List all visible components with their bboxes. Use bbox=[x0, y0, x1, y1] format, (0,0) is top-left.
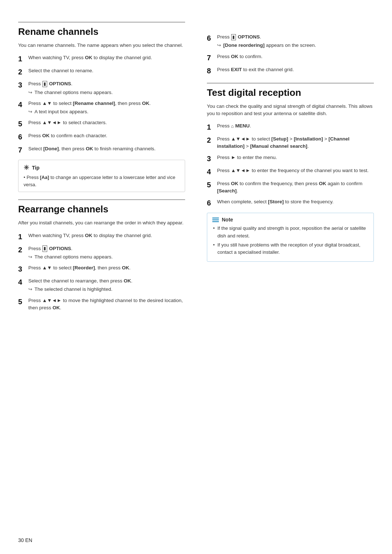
step-number: 5 bbox=[18, 297, 28, 306]
note-item: If you still have problems with the rece… bbox=[212, 241, 368, 257]
step-content: Press ▲▼ to select [Reorder], then press… bbox=[28, 264, 185, 272]
test-digital-reception-title: Test digital reception bbox=[207, 83, 374, 98]
arrow-item: ↪ The channel options menu appears. bbox=[28, 89, 185, 96]
step-content: Press ▲▼◄► to move the highlighted chann… bbox=[28, 297, 185, 312]
step-number: 2 bbox=[18, 67, 28, 77]
step-content: When watching TV, press OK to display th… bbox=[28, 232, 185, 239]
step-number: 4 bbox=[18, 277, 28, 287]
step-number: 4 bbox=[18, 100, 28, 109]
tip-box: ✳ Tip • Press [Aa] to change an uppercas… bbox=[18, 160, 185, 192]
step-content: Press ▲▼ to select [Rename channel], the… bbox=[28, 100, 185, 116]
rearrange-step-4: 4 Select the channel to rearrange, then … bbox=[18, 277, 185, 293]
step-number: 6 bbox=[207, 33, 217, 43]
step-content: Press EXIT to exit the channel grid. bbox=[217, 66, 374, 73]
step-content: Press OK to confirm the frequency, then … bbox=[217, 180, 374, 195]
rearrange-step-5: 5 Press ▲▼◄► to move the highlighted cha… bbox=[18, 297, 185, 312]
test-step-1: 1 Press ⌂ MENU. bbox=[207, 122, 374, 132]
arrow-icon: ↪ bbox=[28, 286, 32, 293]
arrow-item: ↪ A text input box appears. bbox=[28, 108, 185, 115]
rearrange-continued: 6 Press ▮ OPTIONS. ↪ [Done reordering] a… bbox=[207, 33, 374, 76]
step-number: 5 bbox=[18, 119, 28, 129]
step-number: 3 bbox=[18, 80, 28, 90]
page-number: 30 EN bbox=[18, 537, 32, 543]
arrow-text: The channel options menu appears. bbox=[34, 89, 113, 96]
arrow-icon: ↪ bbox=[28, 108, 32, 115]
rename-step-5: 5 Press ▲▼◄► to select characters. bbox=[18, 119, 185, 129]
rename-channels-intro: You can rename channels. The name appear… bbox=[18, 42, 185, 49]
rearrange-channels-title: Rearrange channels bbox=[18, 199, 185, 215]
arrow-icon: ↪ bbox=[28, 253, 32, 261]
step-number: 3 bbox=[18, 264, 28, 274]
rearrange-channels-intro: After you install channels, you can rear… bbox=[18, 219, 185, 227]
note-item: If the signal quality and strength is po… bbox=[212, 225, 368, 240]
step-content: Press ▲▼◄► to select [Setup] > [Installa… bbox=[217, 135, 374, 150]
test-step-6: 6 When complete, select [Store] to store… bbox=[207, 198, 374, 208]
rearrange-step-3: 3 Press ▲▼ to select [Reorder], then pre… bbox=[18, 264, 185, 274]
step-number: 8 bbox=[207, 66, 217, 76]
arrow-text: The channel options menu appears. bbox=[34, 253, 113, 261]
options-icon: ▮ bbox=[231, 34, 236, 41]
arrow-item: ↪ [Done reordering] appears on the scree… bbox=[217, 42, 374, 49]
note-header: Note bbox=[212, 217, 368, 223]
step-content: Press ▮ OPTIONS. ↪ The channel options m… bbox=[28, 80, 185, 96]
rearrange-step-6: 6 Press ▮ OPTIONS. ↪ [Done reordering] a… bbox=[207, 33, 374, 49]
tip-header: ✳ Tip bbox=[24, 164, 180, 172]
step-content: When complete, select [Store] to store t… bbox=[217, 198, 374, 205]
tip-star-icon: ✳ bbox=[24, 164, 29, 172]
arrow-icon: ↪ bbox=[28, 89, 32, 96]
arrow-icon: ↪ bbox=[217, 42, 221, 49]
rearrange-step-8: 8 Press EXIT to exit the channel grid. bbox=[207, 66, 374, 76]
test-digital-reception-intro: You can check the quality and signal str… bbox=[207, 103, 374, 118]
step-number: 7 bbox=[207, 53, 217, 62]
test-step-5: 5 Press OK to confirm the frequency, the… bbox=[207, 180, 374, 195]
step-number: 4 bbox=[207, 167, 217, 176]
home-icon: ⌂ bbox=[231, 123, 234, 129]
step-number: 7 bbox=[18, 145, 28, 155]
step-number: 1 bbox=[207, 122, 217, 132]
rename-step-6: 6 Press OK to confirm each character. bbox=[18, 132, 185, 142]
rename-step-4: 4 Press ▲▼ to select [Rename channel], t… bbox=[18, 100, 185, 116]
step-number: 1 bbox=[18, 232, 28, 241]
tip-label: Tip bbox=[32, 165, 40, 171]
rearrange-step-2: 2 Press ▮ OPTIONS. ↪ The channel options… bbox=[18, 245, 185, 261]
rename-step-3: 3 Press ▮ OPTIONS. ↪ The channel options… bbox=[18, 80, 185, 96]
rearrange-step-7: 7 Press OK to confirm. bbox=[207, 53, 374, 62]
step-content: Press ▲▼◄► to enter the frequency of the… bbox=[217, 167, 374, 174]
step-content: Press OK to confirm. bbox=[217, 53, 374, 60]
arrow-text: A text input box appears. bbox=[34, 108, 89, 115]
tip-content: • Press [Aa] to change an uppercase lett… bbox=[24, 174, 180, 188]
step-content: Press OK to confirm each character. bbox=[28, 132, 185, 139]
step-number: 6 bbox=[207, 198, 217, 208]
step-number: 6 bbox=[18, 132, 28, 142]
note-box: Note If the signal quality and strength … bbox=[207, 213, 374, 262]
arrow-item: ↪ The channel options menu appears. bbox=[28, 253, 185, 261]
test-digital-reception-section: Test digital reception You can check the… bbox=[207, 83, 374, 262]
note-label: Note bbox=[222, 217, 233, 223]
test-step-4: 4 Press ▲▼◄► to enter the frequency of t… bbox=[207, 167, 374, 176]
note-content: If the signal quality and strength is po… bbox=[212, 225, 368, 256]
rename-step-1: 1 When watching TV, press OK to display … bbox=[18, 54, 185, 64]
arrow-text: The selected channel is highlighted. bbox=[34, 286, 113, 293]
step-content: When watching TV, press OK to display th… bbox=[28, 54, 185, 61]
step-content: Select the channel to rearrange, then pr… bbox=[28, 277, 185, 293]
step-content: Select [Done], then press OK to finish r… bbox=[28, 145, 185, 152]
right-column: 6 Press ▮ OPTIONS. ↪ [Done reordering] a… bbox=[203, 15, 374, 315]
step-content: Press ► to enter the menu. bbox=[217, 154, 374, 161]
rearrange-channels-section: Rearrange channels After you install cha… bbox=[18, 199, 185, 311]
rename-step-2: 2 Select the channel to rename. bbox=[18, 67, 185, 77]
step-number: 2 bbox=[207, 135, 217, 145]
rename-step-7: 7 Select [Done], then press OK to finish… bbox=[18, 145, 185, 155]
step-content: Press ▮ OPTIONS. ↪ The channel options m… bbox=[28, 245, 185, 261]
step-number: 3 bbox=[207, 154, 217, 163]
step-number: 2 bbox=[18, 245, 28, 254]
arrow-item: ↪ The selected channel is highlighted. bbox=[28, 286, 185, 293]
step-content: Select the channel to rename. bbox=[28, 67, 185, 74]
rename-channels-section: Rename channels You can rename channels.… bbox=[18, 22, 185, 192]
test-step-2: 2 Press ▲▼◄► to select [Setup] > [Instal… bbox=[207, 135, 374, 150]
options-icon: ▮ bbox=[42, 245, 47, 252]
test-step-3: 3 Press ► to enter the menu. bbox=[207, 154, 374, 163]
options-icon: ▮ bbox=[42, 81, 47, 87]
step-content: Press ⌂ MENU. bbox=[217, 122, 374, 130]
step-number: 5 bbox=[207, 180, 217, 190]
rearrange-step-1: 1 When watching TV, press OK to display … bbox=[18, 232, 185, 241]
